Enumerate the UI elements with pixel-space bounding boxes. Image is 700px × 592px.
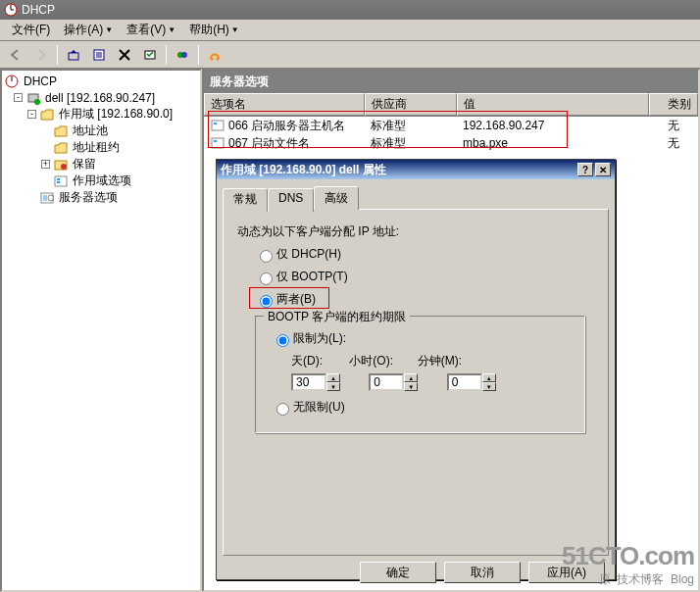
cancel-button[interactable]: 取消	[444, 562, 521, 583]
svg-rect-24	[212, 121, 224, 130]
action-icon[interactable]	[203, 43, 226, 67]
expand-icon[interactable]: +	[41, 160, 50, 169]
days-label: 天(D):	[291, 353, 346, 370]
folder-icon	[39, 107, 55, 123]
close-button[interactable]: ✕	[595, 163, 611, 176]
tree-reservations[interactable]: + 保留	[4, 156, 198, 173]
radio-unlimited[interactable]: 无限制(U)	[272, 399, 574, 416]
tree-pool[interactable]: 地址池	[4, 123, 198, 139]
table-row[interactable]: 066 启动服务器主机名 标准型 192.168.90.247 无	[204, 117, 698, 134]
chevron-down-icon: ▼	[105, 25, 113, 34]
tree-leases[interactable]: 地址租约	[4, 139, 198, 156]
server-icon	[25, 90, 41, 106]
svg-rect-19	[55, 176, 67, 186]
dialog-titlebar[interactable]: 作用域 [192.168.90.0] dell 属性 ? ✕	[217, 160, 615, 179]
options-icon	[53, 173, 69, 189]
spin-up-icon[interactable]: ▲	[482, 373, 496, 382]
col-vendor[interactable]: 供应商	[365, 93, 457, 116]
tree-server[interactable]: - dell [192.168.90.247]	[4, 89, 198, 106]
watermark: 51CTO.com 原 技术博客 Blog	[562, 541, 694, 588]
mins-input[interactable]	[447, 373, 482, 391]
panel-title: 服务器选项	[204, 71, 698, 93]
menu-file[interactable]: 文件(F)	[6, 20, 56, 40]
dialog-tabs: 常规 DNS 高级	[223, 186, 609, 210]
radio-limit-input[interactable]	[276, 334, 289, 347]
options-icon	[39, 190, 55, 206]
menu-action[interactable]: 操作(A)▼	[58, 20, 119, 40]
option-icon	[210, 118, 225, 133]
window-titlebar: DHCP	[0, 0, 700, 20]
group-legend: BOOTP 客户端的租约期限	[264, 309, 410, 325]
svg-point-12	[217, 57, 220, 60]
radio-dhcp-input[interactable]	[260, 250, 273, 263]
svg-rect-21	[57, 181, 60, 183]
spin-down-icon[interactable]: ▼	[404, 382, 418, 391]
svg-rect-3	[69, 53, 78, 60]
hours-input[interactable]	[369, 373, 404, 391]
tree-scope-options[interactable]: 作用域选项	[4, 173, 198, 189]
days-spinner[interactable]: ▲▼	[291, 373, 346, 391]
help-button[interactable]: ?	[577, 163, 593, 176]
tab-advanced[interactable]: 高级	[314, 186, 359, 210]
reservations-icon	[53, 157, 69, 173]
dynamic-label: 动态为以下客户端分配 IP 地址:	[237, 223, 594, 240]
folder-icon	[53, 123, 69, 139]
hours-label: 小时(O):	[349, 353, 414, 370]
back-button[interactable]	[4, 43, 27, 67]
scope-properties-dialog: 作用域 [192.168.90.0] dell 属性 ? ✕ 常规 DNS 高级…	[216, 159, 616, 580]
properties-button[interactable]	[87, 43, 111, 67]
radio-dhcp-only[interactable]: 仅 DHCP(H)	[255, 246, 594, 263]
mins-spinner[interactable]: ▲▼	[447, 373, 502, 391]
col-class[interactable]: 类别	[649, 93, 698, 116]
days-input[interactable]	[291, 373, 326, 391]
svg-rect-20	[57, 178, 60, 180]
grid-header: 选项名 供应商 值 类别	[204, 93, 698, 117]
refresh-button[interactable]	[171, 43, 194, 67]
table-row[interactable]: 067 启动文件名 标准型 mba.pxe 无	[204, 134, 698, 152]
tab-general[interactable]: 常规	[223, 188, 268, 212]
ok-button[interactable]: 确定	[360, 562, 436, 583]
tab-dns[interactable]: DNS	[268, 188, 314, 212]
toolbar	[0, 41, 700, 69]
spin-down-icon[interactable]: ▼	[482, 382, 496, 391]
radio-bootp-input[interactable]	[260, 272, 273, 285]
radio-bootp-only[interactable]: 仅 BOOTP(T)	[255, 269, 594, 285]
radio-limit[interactable]: 限制为(L):	[272, 330, 574, 347]
svg-rect-25	[214, 123, 217, 124]
up-button[interactable]	[62, 43, 85, 67]
col-value[interactable]: 值	[457, 93, 649, 116]
collapse-icon[interactable]: -	[14, 93, 23, 102]
dialog-title: 作用域 [192.168.90.0] dell 属性	[221, 162, 386, 178]
menu-view[interactable]: 查看(V)▼	[121, 20, 181, 40]
tree-server-options[interactable]: 服务器选项	[4, 189, 198, 206]
spin-up-icon[interactable]: ▲	[404, 373, 418, 382]
grid-body: 066 启动服务器主机名 标准型 192.168.90.247 无 067 启动…	[204, 117, 698, 152]
svg-point-11	[211, 57, 214, 60]
delete-button[interactable]	[113, 43, 136, 67]
tree-scope[interactable]: - 作用域 [192.168.90.0]	[4, 106, 198, 123]
tree-view[interactable]: DHCP - dell [192.168.90.247] - 作用域 [192.…	[0, 69, 202, 592]
svg-point-10	[181, 52, 187, 58]
dialog-buttons: 确定 取消 应用(A)	[217, 562, 615, 591]
forward-button[interactable]	[29, 43, 53, 67]
app-icon	[4, 3, 18, 17]
collapse-icon[interactable]: -	[27, 110, 36, 119]
radio-both-input[interactable]	[260, 295, 273, 308]
chevron-down-icon: ▼	[168, 25, 175, 34]
svg-rect-27	[214, 140, 217, 142]
spin-up-icon[interactable]: ▲	[326, 373, 340, 382]
mins-label: 分钟(M):	[418, 353, 473, 370]
menu-help[interactable]: 帮助(H)▼	[183, 20, 245, 40]
chevron-down-icon: ▼	[231, 25, 239, 34]
options-button[interactable]	[138, 43, 162, 67]
radio-both[interactable]: 两者(B)	[255, 291, 594, 308]
radio-unlimited-input[interactable]	[276, 403, 289, 416]
spin-down-icon[interactable]: ▼	[326, 382, 340, 391]
tree-root[interactable]: DHCP	[4, 73, 198, 89]
svg-point-16	[34, 99, 40, 105]
svg-rect-26	[212, 138, 224, 148]
dhcp-icon	[4, 74, 20, 89]
col-name[interactable]: 选项名	[204, 93, 365, 116]
window-title: DHCP	[22, 3, 55, 17]
hours-spinner[interactable]: ▲▼	[369, 373, 424, 391]
